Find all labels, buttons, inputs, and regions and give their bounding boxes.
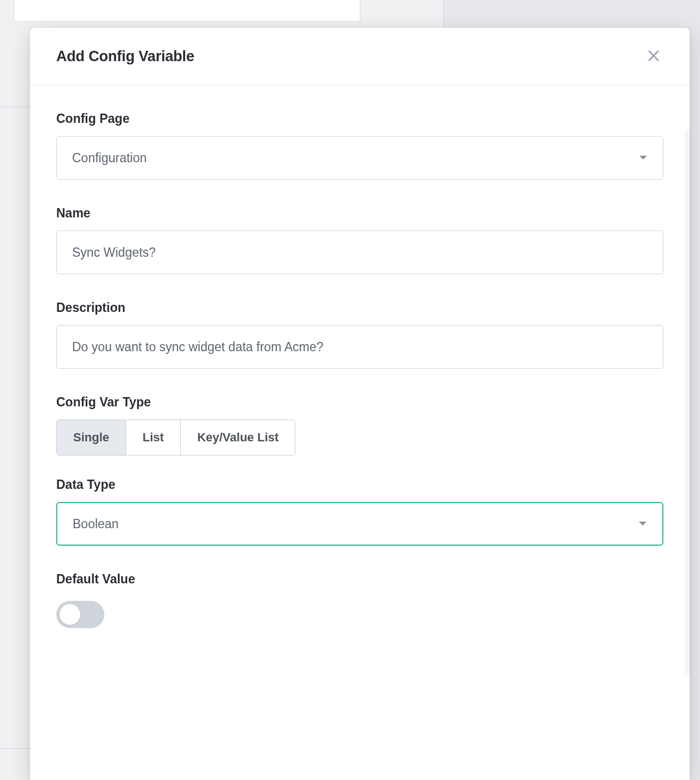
data-type-value: Boolean [73,517,118,531]
close-icon [646,48,661,65]
name-label: Name [56,206,663,221]
config-page-label: Config Page [56,111,663,126]
scrollbar[interactable] [685,129,690,676]
config-var-type-segmented: Single List Key/Value List [56,419,295,456]
description-group: Description [56,300,663,369]
config-page-group: Config Page Configuration [56,111,663,180]
config-var-type-option-list[interactable]: List [126,419,181,456]
close-button[interactable] [644,46,663,66]
scrollbar-thumb[interactable] [685,129,690,676]
config-var-type-group: Config Var Type Single List Key/Value Li… [56,395,663,456]
name-group: Name [56,206,663,274]
config-var-type-option-single[interactable]: Single [56,419,126,456]
add-config-variable-modal: Add Config Variable Config Page Configur… [30,28,690,780]
modal-title: Add Config Variable [56,48,194,65]
caret-down-icon [639,155,648,161]
description-label: Description [56,300,663,315]
config-page-select[interactable]: Configuration [56,136,663,180]
toggle-knob [60,604,80,625]
data-type-select[interactable]: Boolean [56,502,663,546]
default-value-group: Default Value [56,572,663,630]
config-var-type-label: Config Var Type [56,395,663,410]
background-panel [14,0,360,22]
caret-down-icon [638,521,647,527]
name-input[interactable] [56,231,663,274]
modal-body: Config Page Configuration Name Descripti… [30,85,690,780]
config-var-type-option-keyvalue[interactable]: Key/Value List [181,419,295,456]
config-page-value: Configuration [72,151,147,166]
modal-header: Add Config Variable [30,28,690,85]
default-value-label: Default Value [56,572,663,587]
default-value-toggle[interactable] [56,601,104,628]
data-type-label: Data Type [56,477,663,492]
description-input[interactable] [56,325,663,369]
data-type-group: Data Type Boolean [56,477,663,546]
